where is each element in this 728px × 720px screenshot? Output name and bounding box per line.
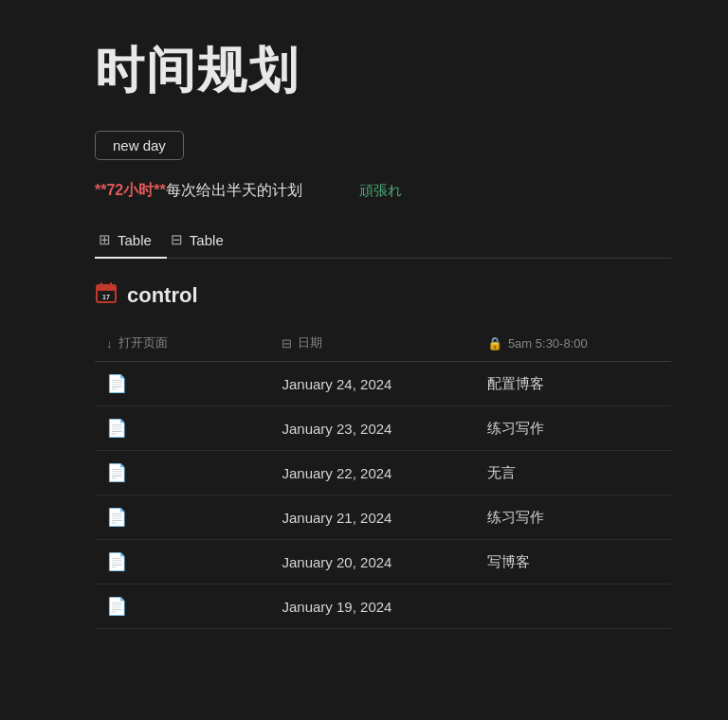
- col-header-open: ↓ 打开页面: [95, 327, 270, 362]
- cell-date: January 22, 2024: [270, 451, 475, 495]
- cell-open-icon[interactable]: 📄: [95, 406, 270, 451]
- cell-date: January 21, 2024: [270, 495, 475, 540]
- col-header-date: ⊟ 日期: [270, 327, 475, 362]
- cell-content: 写博客: [476, 540, 671, 585]
- table-row[interactable]: 📄January 24, 2024配置博客: [95, 362, 671, 406]
- tab-table-1[interactable]: ⊞ Table: [95, 224, 167, 258]
- cell-open-icon[interactable]: 📄: [95, 495, 270, 540]
- col-header-time-label: 5am 5:30-8:00: [508, 336, 588, 351]
- tab-table-2[interactable]: ⊟ Table: [167, 224, 239, 258]
- cell-open-icon[interactable]: 📄: [95, 540, 270, 585]
- cell-open-icon[interactable]: 📄: [95, 585, 270, 629]
- page-doc-icon: 📄: [106, 552, 127, 571]
- cell-content: 配置博客: [476, 362, 671, 406]
- table-row[interactable]: 📄January 23, 2024练习写作: [95, 406, 671, 451]
- col-header-time: 🔒 5am 5:30-8:00: [476, 327, 671, 362]
- cell-content: 练习写作: [476, 495, 671, 540]
- page-doc-icon: 📄: [106, 374, 127, 393]
- cell-date: January 20, 2024: [270, 540, 475, 585]
- table-row[interactable]: 📄January 22, 2024无言: [95, 451, 671, 495]
- section-calendar-icon: 17: [95, 281, 118, 310]
- table-row[interactable]: 📄January 19, 2024: [95, 585, 671, 629]
- cell-open-icon[interactable]: 📄: [95, 362, 270, 406]
- cell-date: January 24, 2024: [270, 362, 475, 406]
- svg-text:17: 17: [102, 294, 110, 300]
- data-table: ↓ 打开页面 ⊟ 日期 🔒 5am 5:30-8:00: [95, 327, 671, 629]
- cell-date: January 19, 2024: [270, 585, 475, 629]
- subtitle-encourage: 頑張れ: [359, 182, 402, 200]
- tab-table-icon-1: ⊞: [99, 231, 111, 248]
- subtitle-bold-red: **72小时**: [95, 182, 166, 198]
- col-calendar-icon: ⊟: [282, 336, 292, 351]
- table-header-row: ↓ 打开页面 ⊟ 日期 🔒 5am 5:30-8:00: [95, 327, 671, 362]
- svg-rect-1: [97, 285, 116, 291]
- col-header-open-label: 打开页面: [118, 334, 168, 351]
- subtitle-text: **72小时**每次给出半天的计划: [95, 181, 302, 201]
- subtitle-row: **72小时**每次给出半天的计划 頑張れ: [95, 181, 671, 201]
- cell-content: 练习写作: [476, 406, 671, 451]
- tab-table-icon-2: ⊟: [171, 231, 183, 248]
- col-lock-icon: 🔒: [487, 336, 502, 351]
- page-title: 时间规划: [95, 38, 671, 104]
- page-doc-icon: 📄: [106, 597, 127, 616]
- tabs-row: ⊞ Table ⊟ Table: [95, 224, 671, 259]
- section-header: 17 control: [95, 281, 671, 310]
- table-body: 📄January 24, 2024配置博客📄January 23, 2024练习…: [95, 362, 671, 629]
- page-doc-icon: 📄: [106, 463, 127, 482]
- section-title: control: [127, 283, 198, 308]
- page-container: 时间规划 new day **72小时**每次给出半天的计划 頑張れ ⊞ Tab…: [0, 0, 728, 667]
- col-header-date-label: 日期: [298, 334, 322, 351]
- table-row[interactable]: 📄January 21, 2024练习写作: [95, 495, 671, 540]
- subtitle-rest: 每次给出半天的计划: [166, 182, 302, 198]
- page-doc-icon: 📄: [106, 419, 127, 438]
- table-row[interactable]: 📄January 20, 2024写博客: [95, 540, 671, 585]
- cell-date: January 23, 2024: [270, 406, 475, 451]
- tab-label-1: Table: [118, 232, 152, 248]
- tab-label-2: Table: [190, 232, 224, 248]
- cell-open-icon[interactable]: 📄: [95, 451, 270, 495]
- cell-content: [476, 585, 671, 629]
- col-sort-icon: ↓: [106, 336, 113, 351]
- new-day-button[interactable]: new day: [95, 131, 184, 160]
- page-doc-icon: 📄: [106, 508, 127, 527]
- cell-content: 无言: [476, 451, 671, 495]
